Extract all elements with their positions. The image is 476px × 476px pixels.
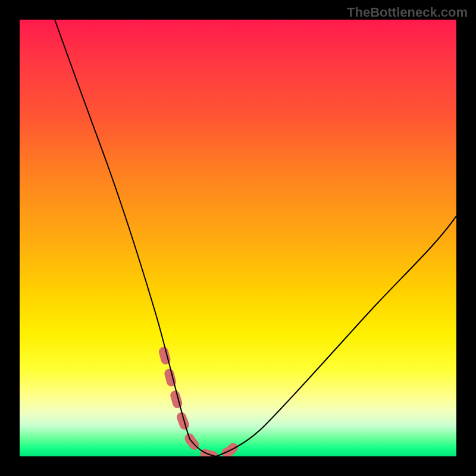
plot-area	[20, 20, 456, 456]
source-label: TheBottleneck.com	[347, 5, 468, 20]
chart-frame: TheBottleneck.com	[0, 0, 476, 476]
chart-svg	[20, 20, 456, 456]
recommended-zone-marker	[164, 352, 238, 456]
bottleneck-curve	[55, 20, 456, 456]
